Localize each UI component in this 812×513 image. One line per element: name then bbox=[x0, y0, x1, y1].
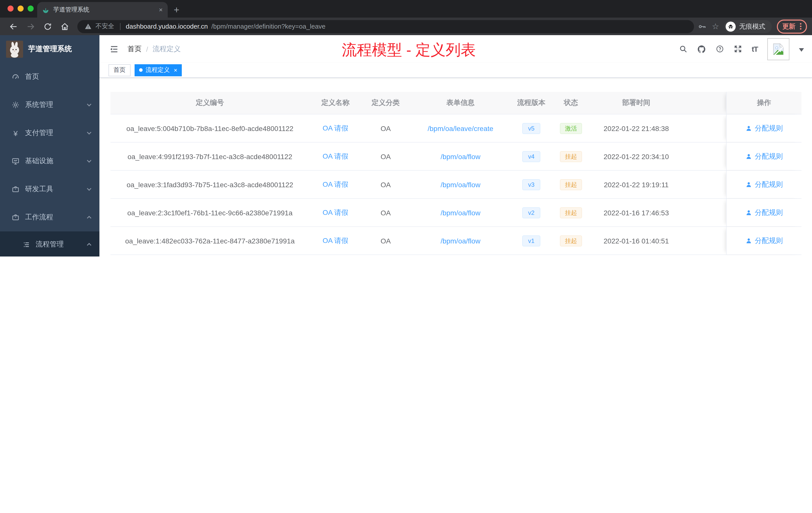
definition-name-link[interactable]: OA 请假 bbox=[323, 180, 348, 188]
definition-category: OA bbox=[361, 209, 410, 217]
form-link[interactable]: /bpm/oa/leave/create bbox=[428, 124, 493, 132]
update-button[interactable]: 更新 bbox=[777, 19, 807, 33]
sidebar-item-system[interactable]: 系统管理 bbox=[0, 91, 99, 119]
chevron-up-icon bbox=[86, 242, 92, 247]
minimize-window-button[interactable] bbox=[18, 5, 24, 11]
workflow-submenu: 流程管理 流程表单 用户分组 bbox=[0, 232, 99, 256]
column-header: 定义名称 bbox=[309, 98, 361, 108]
fullscreen-icon[interactable] bbox=[734, 45, 742, 53]
sidebar-item-payment[interactable]: ¥ 支付管理 bbox=[0, 119, 99, 147]
user-icon bbox=[745, 237, 752, 244]
form-link[interactable]: /bpm/oa/flow bbox=[441, 237, 481, 245]
bookmark-star-icon[interactable]: ☆ bbox=[712, 22, 719, 31]
column-header: 操作 bbox=[726, 92, 802, 114]
assign-rule-label: 分配规则 bbox=[755, 208, 783, 217]
sidebar-item-home[interactable]: 首页 bbox=[0, 63, 99, 91]
sidebar-item-devtools[interactable]: 研发工具 bbox=[0, 175, 99, 203]
browser-toolbar: 不安全 dashboard.yudao.iocoder.cn /bpm/mana… bbox=[0, 18, 812, 35]
incognito-badge: 无痕模式 bbox=[724, 20, 772, 33]
hamburger-icon[interactable] bbox=[107, 44, 121, 54]
github-icon[interactable] bbox=[697, 44, 706, 54]
font-size-icon[interactable]: tT bbox=[752, 45, 758, 53]
app-title: 芋道管理系统 bbox=[28, 44, 72, 54]
avatar[interactable] bbox=[767, 38, 789, 60]
zoom-window-button[interactable] bbox=[28, 5, 34, 11]
question-icon[interactable] bbox=[716, 45, 724, 53]
assign-rule-label: 分配规则 bbox=[755, 152, 783, 161]
kebab-menu-icon[interactable] bbox=[800, 23, 802, 30]
sidebar-item-workflow[interactable]: 工作流程 bbox=[0, 203, 99, 232]
user-icon bbox=[745, 125, 752, 132]
table-row: oa_leave:4:991f2193-7b7f-11ec-a3c8-acde4… bbox=[111, 143, 802, 171]
version-badge: v1 bbox=[522, 235, 540, 246]
dashboard-icon bbox=[11, 73, 20, 81]
definition-name-link[interactable]: OA 请假 bbox=[323, 208, 348, 216]
active-dot bbox=[139, 68, 143, 72]
deploy-time: 2022-01-22 21:48:38 bbox=[590, 124, 682, 132]
definition-category: OA bbox=[361, 237, 410, 245]
tab-close-icon[interactable]: × bbox=[159, 6, 163, 13]
address-bar[interactable]: 不安全 dashboard.yudao.iocoder.cn /bpm/mana… bbox=[77, 20, 694, 33]
definition-name-link[interactable]: OA 请假 bbox=[323, 236, 348, 244]
definition-name-link[interactable]: OA 请假 bbox=[323, 152, 348, 160]
warning-icon[interactable] bbox=[84, 23, 92, 30]
version-badge: v5 bbox=[522, 123, 540, 134]
url-host: dashboard.yudao.iocoder.cn bbox=[126, 23, 208, 30]
status-badge: 挂起 bbox=[560, 235, 582, 246]
deploy-time: 2022-01-16 17:46:53 bbox=[590, 209, 682, 217]
assign-rule-link[interactable]: 分配规则 bbox=[745, 236, 783, 245]
form-link[interactable]: /bpm/oa/flow bbox=[441, 152, 481, 160]
sidebar-item-infrastructure[interactable]: 基础设施 bbox=[0, 147, 99, 175]
back-icon[interactable] bbox=[5, 19, 22, 33]
breadcrumb: 首页 / 流程定义 bbox=[127, 44, 181, 54]
logo: 芋道管理系统 bbox=[0, 35, 99, 63]
incognito-label: 无痕模式 bbox=[739, 22, 765, 31]
tag-process-definition[interactable]: 流程定义 × bbox=[135, 64, 182, 76]
status-badge: 激活 bbox=[560, 123, 582, 134]
deploy-time: 2022-01-22 19:19:11 bbox=[590, 180, 682, 188]
definition-name-link[interactable]: OA 请假 bbox=[323, 124, 348, 132]
key-icon[interactable] bbox=[698, 22, 707, 31]
security-warning-label: 不安全 bbox=[95, 22, 114, 31]
yen-icon: ¥ bbox=[11, 129, 20, 137]
browser-tab[interactable]: 芋道管理系统 × bbox=[37, 2, 168, 18]
update-label: 更新 bbox=[782, 22, 795, 31]
table-row: oa_leave:1:482ec033-762a-11ec-8477-a2380… bbox=[111, 227, 802, 255]
sidebar-item-process-management[interactable]: 流程管理 bbox=[0, 232, 99, 256]
sidebar-item-label: 研发工具 bbox=[25, 185, 53, 194]
definition-category: OA bbox=[361, 152, 410, 160]
breadcrumb-home[interactable]: 首页 bbox=[127, 44, 142, 54]
gear-icon bbox=[11, 101, 20, 109]
assign-rule-label: 分配规则 bbox=[755, 236, 783, 245]
chevron-down-icon bbox=[86, 158, 92, 164]
tag-close-icon[interactable]: × bbox=[174, 66, 177, 73]
assign-rule-link[interactable]: 分配规则 bbox=[745, 124, 783, 133]
avatar-dropdown-icon[interactable] bbox=[799, 48, 804, 54]
definition-category: OA bbox=[361, 124, 410, 132]
chevron-down-icon bbox=[86, 130, 92, 136]
reload-icon[interactable] bbox=[39, 19, 56, 33]
assign-rule-link[interactable]: 分配规则 bbox=[745, 208, 783, 217]
breadcrumb-current: 流程定义 bbox=[153, 44, 181, 54]
logo-avatar bbox=[6, 40, 23, 58]
new-tab-button[interactable]: + bbox=[174, 5, 179, 14]
table-row: oa_leave:5:004b710b-7b8a-11ec-8ef0-acde4… bbox=[111, 115, 802, 143]
tag-home[interactable]: 首页 bbox=[109, 64, 130, 76]
definition-id: oa_leave:2:3c1f0ef1-76b1-11ec-9c66-a2380… bbox=[111, 209, 309, 217]
chevron-up-icon bbox=[86, 215, 92, 220]
assign-rule-link[interactable]: 分配规则 bbox=[745, 152, 783, 161]
sidebar-item-label: 工作流程 bbox=[25, 213, 53, 222]
definition-id: oa_leave:1:482ec033-762a-11ec-8477-a2380… bbox=[111, 237, 309, 245]
version-badge: v3 bbox=[522, 179, 540, 190]
forward-icon[interactable] bbox=[22, 19, 39, 33]
user-icon bbox=[745, 181, 752, 188]
breadcrumb-separator: / bbox=[146, 45, 148, 53]
home-icon[interactable] bbox=[56, 19, 73, 33]
search-icon[interactable] bbox=[679, 45, 688, 53]
close-window-button[interactable] bbox=[7, 5, 13, 11]
assign-rule-link[interactable]: 分配规则 bbox=[745, 180, 783, 189]
form-link[interactable]: /bpm/oa/flow bbox=[441, 209, 481, 217]
sidebar-item-label: 系统管理 bbox=[25, 100, 53, 110]
form-link[interactable]: /bpm/oa/flow bbox=[441, 180, 481, 188]
chevron-down-icon bbox=[86, 102, 92, 108]
